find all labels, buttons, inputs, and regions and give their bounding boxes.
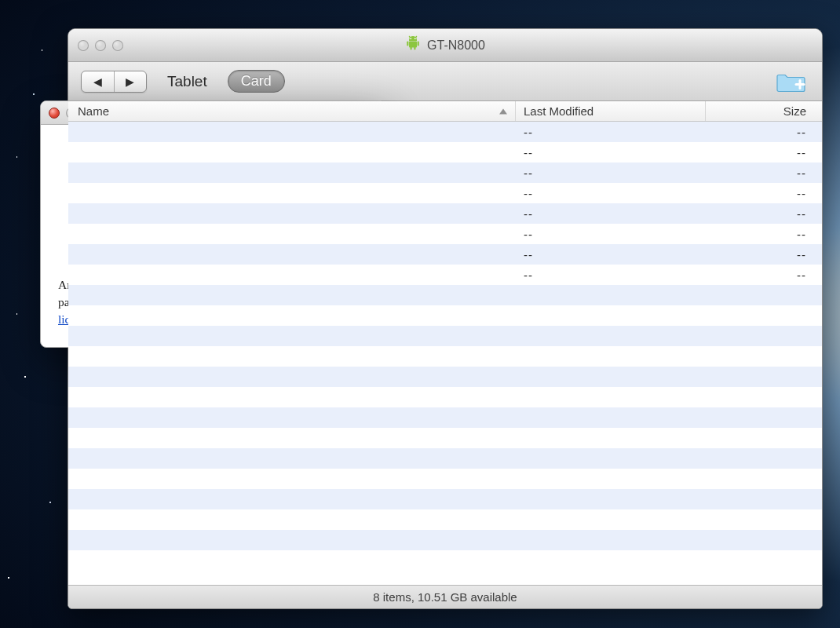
table-row — [68, 285, 822, 305]
table-row — [68, 346, 822, 367]
table-row — [68, 326, 822, 346]
svg-rect-6 — [414, 46, 415, 49]
back-button[interactable]: ◀ — [82, 71, 115, 92]
window-controls — [78, 40, 123, 51]
table-row[interactable]: ---- — [68, 224, 822, 244]
close-button[interactable] — [49, 108, 60, 119]
close-button[interactable] — [78, 40, 89, 51]
column-headers: Name Last Modified Size — [68, 101, 822, 122]
table-row — [68, 448, 822, 469]
tab-card[interactable]: Card — [228, 70, 285, 93]
table-row[interactable]: ---- — [68, 142, 822, 162]
table-row[interactable]: ---- — [68, 265, 822, 285]
svg-point-0 — [410, 38, 411, 39]
zoom-button[interactable] — [112, 40, 123, 51]
table-row — [68, 550, 822, 571]
table-row — [68, 387, 822, 407]
svg-rect-3 — [407, 41, 408, 46]
table-row — [68, 407, 822, 428]
table-row — [68, 367, 822, 387]
new-folder-button[interactable] — [776, 68, 808, 95]
header-name-label: Name — [78, 104, 109, 118]
forward-button[interactable]: ▶ — [115, 71, 147, 92]
table-row — [68, 530, 822, 550]
nav-back-forward: ◀ ▶ — [81, 71, 147, 93]
table-row[interactable]: ---- — [68, 122, 822, 142]
svg-rect-4 — [418, 41, 419, 46]
status-text: 8 items, 10.51 GB available — [373, 590, 517, 604]
table-row — [68, 469, 822, 489]
sort-ascending-icon — [499, 108, 507, 114]
header-last-modified[interactable]: Last Modified — [516, 101, 706, 121]
file-list: -------------------------------- — [68, 122, 822, 585]
tab-tablet[interactable]: Tablet — [164, 71, 210, 93]
table-row[interactable]: ---- — [68, 183, 822, 203]
svg-line-8 — [415, 36, 417, 38]
table-row — [68, 489, 822, 509]
toolbar: ◀ ▶ Tablet Card — [68, 62, 822, 101]
window-title-text: GT-N8000 — [427, 38, 485, 53]
header-size[interactable]: Size — [706, 101, 822, 121]
file-transfer-window: GT-N8000 ◀ ▶ Tablet Card Name Last Modif… — [68, 28, 823, 609]
table-row[interactable]: ---- — [68, 203, 822, 224]
table-row[interactable]: ---- — [68, 162, 822, 183]
table-row — [68, 305, 822, 326]
table-row — [68, 509, 822, 530]
window-title: GT-N8000 — [405, 35, 485, 56]
titlebar[interactable]: GT-N8000 — [68, 29, 822, 62]
status-bar: 8 items, 10.51 GB available — [68, 585, 822, 608]
svg-line-7 — [409, 36, 411, 38]
svg-point-1 — [415, 38, 416, 39]
svg-rect-5 — [411, 46, 412, 49]
table-row[interactable]: ---- — [68, 244, 822, 265]
minimize-button[interactable] — [95, 40, 106, 51]
table-row — [68, 428, 822, 448]
header-name[interactable]: Name — [68, 101, 516, 121]
svg-rect-2 — [409, 41, 417, 47]
android-icon — [405, 35, 421, 56]
